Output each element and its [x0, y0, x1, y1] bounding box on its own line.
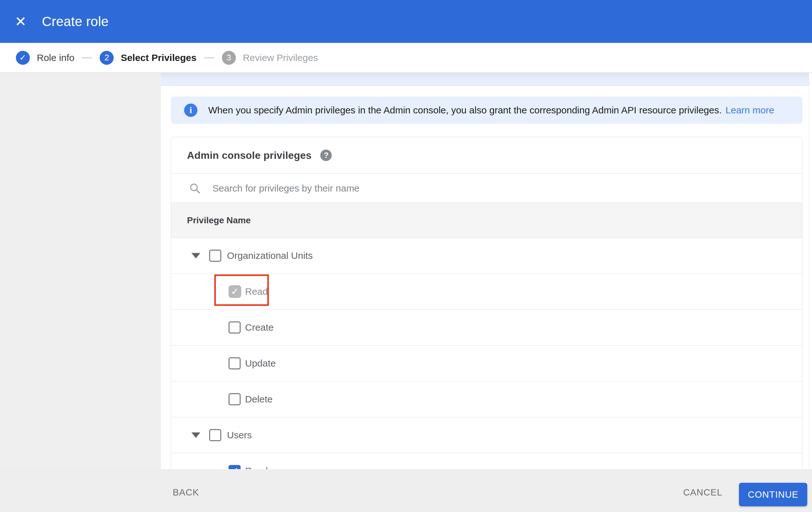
privilege-rows: Organizational Units✓ReadCreateUpdateDel… — [171, 238, 802, 469]
privilege-row: Users — [171, 417, 802, 453]
privilege-label: Read — [245, 466, 268, 469]
checkbox-update[interactable] — [229, 357, 241, 369]
privilege-label: Create — [245, 322, 273, 333]
step-separator — [82, 57, 92, 58]
continue-button[interactable]: CONTINUE — [739, 483, 807, 506]
step-number-icon: 3 — [222, 51, 236, 65]
content-panel: i When you specify Admin privileges in t… — [161, 73, 809, 469]
checkbox-create[interactable] — [229, 321, 241, 333]
close-button[interactable]: ✕ — [9, 10, 32, 33]
checkbox-read[interactable]: ✓ — [229, 465, 241, 469]
help-icon[interactable]: ? — [320, 150, 332, 161]
info-banner: i When you specify Admin privileges in t… — [171, 97, 803, 124]
admin-console-privileges-card: Admin console privileges ? Privilege Nam… — [171, 137, 803, 469]
column-header-privilege-name: Privilege Name — [187, 215, 251, 225]
left-filler-panel — [0, 73, 161, 469]
create-role-dialog: ✕ Create role ✓ Role info 2 Select Privi… — [0, 0, 812, 512]
banner-text: When you specify Admin privileges in the… — [208, 105, 722, 116]
info-icon: i — [184, 104, 198, 117]
expand-arrow-icon[interactable] — [192, 433, 200, 438]
checkbox-users[interactable] — [209, 429, 221, 441]
step-select-privileges[interactable]: 2 Select Privileges — [100, 51, 196, 65]
appbar: ✕ Create role — [0, 0, 812, 43]
back-button[interactable]: BACK — [165, 481, 207, 504]
privilege-label: Delete — [245, 394, 273, 405]
step-role-info[interactable]: ✓ Role info — [16, 51, 74, 65]
privilege-label: Update — [245, 358, 276, 369]
card-title: Admin console privileges — [187, 150, 311, 161]
privilege-row: ✓Read — [171, 453, 802, 469]
dialog-title: Create role — [42, 14, 109, 29]
step-label: Review Privileges — [243, 52, 318, 63]
search-icon — [189, 182, 201, 194]
privilege-row: ✓Read — [171, 273, 802, 309]
learn-more-link[interactable]: Learn more — [726, 105, 774, 116]
step-label: Select Privileges — [121, 52, 196, 63]
checkbox-delete[interactable] — [229, 393, 241, 405]
stepper: ✓ Role info 2 Select Privileges 3 Review… — [0, 43, 812, 73]
close-icon: ✕ — [15, 15, 27, 29]
privilege-row: Organizational Units — [171, 238, 802, 273]
action-bar: BACK CANCEL CONTINUE — [0, 469, 812, 512]
scrolled-section-strip — [161, 73, 809, 86]
step-review-privileges[interactable]: 3 Review Privileges — [222, 51, 318, 65]
step-number-icon: 2 — [100, 51, 114, 65]
step-label: Role info — [37, 52, 74, 63]
step-separator — [204, 57, 214, 58]
privilege-row: Update — [171, 345, 802, 381]
step-check-icon: ✓ — [16, 51, 30, 65]
checkmark-icon: ✓ — [230, 466, 238, 469]
cancel-button[interactable]: CANCEL — [675, 481, 730, 504]
search-row — [171, 173, 802, 203]
privilege-label: Organizational Units — [227, 250, 313, 261]
table-header-row: Privilege Name — [171, 203, 802, 238]
privilege-row: Create — [171, 309, 802, 345]
annotation-highlight-box — [214, 274, 269, 306]
privilege-label: Users — [227, 430, 252, 440]
checkbox-organizational-units[interactable] — [209, 250, 221, 262]
expand-arrow-icon[interactable] — [192, 253, 200, 259]
privilege-row: Delete — [171, 381, 802, 417]
card-title-row: Admin console privileges ? — [171, 137, 802, 173]
search-input[interactable] — [212, 183, 657, 194]
